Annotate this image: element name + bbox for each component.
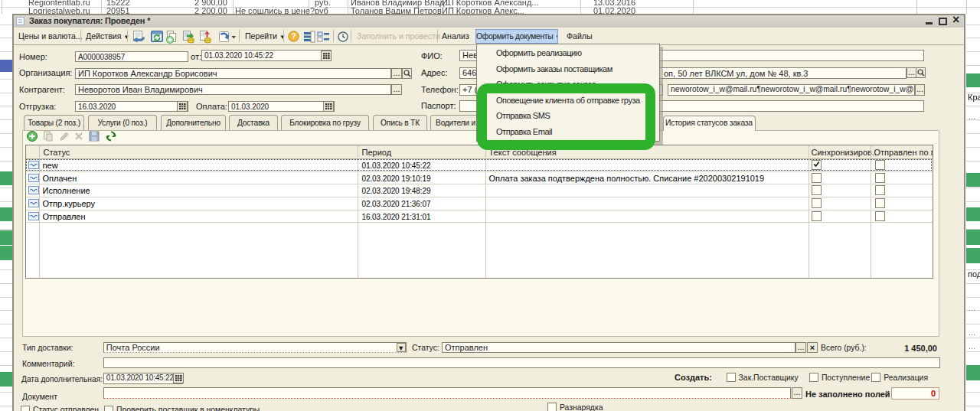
svg-text:?: ? bbox=[291, 32, 296, 41]
